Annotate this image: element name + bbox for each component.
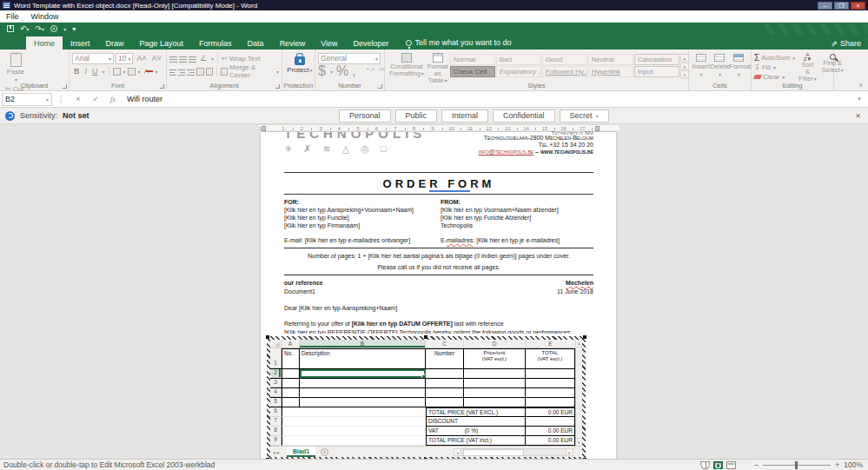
grow-font-icon[interactable]: A˄	[135, 54, 148, 63]
resize-handle[interactable]	[424, 335, 427, 339]
row-header-3[interactable]: 3	[270, 379, 282, 387]
styles-more-icon[interactable]: ▾	[680, 70, 689, 78]
insert-cells-button[interactable]: Insert▾	[692, 51, 710, 81]
sort-filter-button[interactable]: AZ▼ Sort &Filter▾	[797, 51, 818, 81]
cell-b4[interactable]	[300, 388, 426, 397]
font-dialog-launcher-icon[interactable]	[160, 84, 164, 89]
bold-button[interactable]: B	[72, 67, 82, 76]
minimize-button[interactable]: –	[818, 2, 832, 10]
cell-d2[interactable]	[464, 369, 526, 378]
number-dialog-launcher-icon[interactable]	[378, 84, 382, 89]
excel-vertical-scrollbar[interactable]: ▴ ▾	[575, 340, 582, 446]
cell-total-incl-value[interactable]: 0.00 EUR	[526, 436, 575, 446]
cell-a2[interactable]	[282, 369, 300, 378]
scroll-left-icon[interactable]: ◂	[454, 448, 461, 456]
cell-b2-selected[interactable]	[300, 369, 426, 378]
cell-vat-value[interactable]: 0.00 EUR	[526, 427, 575, 436]
resize-handle[interactable]	[583, 335, 586, 339]
sensitivity-button-secret[interactable]: Secret▾	[560, 109, 609, 122]
cell-total-excl-value[interactable]: 0.00 EUR	[526, 407, 575, 417]
cell-d5[interactable]	[464, 398, 526, 407]
number-format-select[interactable]: General▾	[318, 53, 381, 64]
sensitivity-button-personal[interactable]: Personal	[339, 109, 391, 122]
close-button[interactable]: ×	[851, 2, 865, 10]
cell-d1[interactable]: Price/unit(VAT excl.)	[464, 348, 526, 368]
tab-review[interactable]: Review	[272, 36, 314, 50]
increase-indent-icon[interactable]	[206, 68, 213, 76]
cell-c3[interactable]	[426, 379, 464, 387]
cell-vat-label[interactable]: VAT(0 %)	[426, 427, 526, 436]
merge-center-button[interactable]: Merge & Center	[229, 63, 274, 79]
from-line[interactable]: [Klik hier en typ Functie Afzender]	[441, 214, 593, 222]
sensitivity-button-internal[interactable]: Internal	[441, 109, 488, 122]
embedded-excel-object[interactable]: A B C D E 1 No. Description Number	[267, 336, 586, 459]
zoom-level[interactable]: 100%	[844, 460, 863, 469]
conditional-formatting-button[interactable]: Conditional Formatting▾	[388, 51, 426, 81]
scroll-up-icon[interactable]: ▴	[576, 340, 582, 348]
row-header-8[interactable]: 8	[270, 427, 282, 436]
left-indent-marker[interactable]	[262, 126, 266, 131]
shrink-font-icon[interactable]: A˅	[150, 54, 163, 63]
align-center-icon[interactable]	[178, 68, 185, 76]
tab-data[interactable]: Data	[240, 36, 272, 50]
tab-page-layout[interactable]: Page Layout	[132, 36, 192, 50]
document-page[interactable]: TECHNOPOLIS ✳ ✗ ≋ △ ◎ □ Technopolis NV T…	[261, 132, 616, 459]
tab-insert[interactable]: Insert	[63, 36, 98, 50]
scroll-right-icon[interactable]: ▸	[566, 448, 573, 456]
row-header-9[interactable]: 9	[270, 436, 282, 446]
merge-center-icon[interactable]	[221, 68, 228, 76]
sensitivity-dropdown-icon[interactable]: ▾	[596, 114, 599, 119]
cell-discount-value[interactable]	[526, 417, 575, 427]
alignment-dialog-launcher-icon[interactable]	[275, 84, 280, 89]
sheet-tab-blad1[interactable]: Blad1	[287, 447, 315, 457]
column-header-d[interactable]: D	[464, 340, 526, 348]
style-normal[interactable]: Normal	[450, 54, 495, 65]
zoom-slider[interactable]	[763, 465, 831, 466]
wrap-text-button[interactable]: Wrap Text	[229, 55, 261, 63]
zoom-in-icon[interactable]: +	[835, 460, 839, 469]
tab-draw[interactable]: Draw	[98, 36, 132, 50]
cell-a5[interactable]	[282, 398, 300, 407]
tell-me-box[interactable]: Tell me what you want to do	[397, 36, 520, 50]
cell-c1[interactable]: Number	[426, 348, 464, 368]
row-header-4[interactable]: 4	[270, 388, 282, 397]
style-input[interactable]: Input	[634, 66, 679, 77]
italic-button[interactable]: I	[83, 67, 89, 76]
excel-horizontal-scrollbar[interactable]: ◂ ▸	[454, 448, 573, 456]
row-header-1[interactable]: 1	[270, 348, 282, 368]
row-header-2[interactable]: 2	[270, 369, 282, 378]
expand-formula-bar-icon[interactable]: ▾	[851, 96, 868, 103]
accounting-format-icon[interactable]: $	[318, 63, 326, 79]
column-header-b[interactable]: B	[300, 340, 426, 348]
cancel-entry-icon[interactable]: ×	[70, 95, 87, 103]
for-line[interactable]: [Klik hier en typ Aanspreking+Voornaam+N…	[284, 206, 441, 214]
salutation[interactable]: Dear [Klik hier en typ Aanspreking+Naam]	[284, 304, 593, 313]
decrease-indent-icon[interactable]	[196, 68, 203, 76]
row-header-7[interactable]: 7	[270, 417, 282, 427]
paste-button[interactable]: Paste▾	[3, 51, 29, 83]
cell-discount-label[interactable]: DISCOUNT	[426, 417, 526, 427]
cell-b1[interactable]: Description	[300, 348, 426, 368]
scrollbar-thumb[interactable]	[463, 449, 524, 456]
company-email-link[interactable]: info@technopolis.be	[479, 149, 534, 155]
name-box[interactable]: B2▾	[2, 93, 52, 106]
zoom-slider-thumb[interactable]	[795, 461, 798, 469]
align-left-icon[interactable]	[169, 68, 176, 76]
align-bottom-icon[interactable]	[189, 55, 196, 63]
cell-total-incl-label[interactable]: TOTAL PRICE (VAT incl.)	[426, 436, 526, 446]
fill-color-icon[interactable]	[128, 68, 136, 76]
insert-function-icon[interactable]: fx	[104, 95, 122, 103]
tab-home[interactable]: Home	[26, 36, 63, 50]
protect-button[interactable]: Protect▾	[285, 51, 315, 74]
cell-e3[interactable]	[526, 379, 575, 387]
column-header-e[interactable]: E	[526, 340, 575, 348]
style-good[interactable]: Good	[542, 54, 587, 65]
tab-formulas[interactable]: Formulas	[191, 36, 240, 50]
enter-entry-icon[interactable]: ✓	[87, 95, 104, 103]
cell-d3[interactable]	[464, 379, 526, 387]
borders-icon[interactable]	[113, 68, 121, 76]
orientation-icon[interactable]: ∠	[198, 54, 209, 63]
increase-decimal-icon[interactable]: ⁺·⁰	[367, 68, 374, 75]
style-bad[interactable]: Bad	[496, 54, 541, 65]
cell-c5[interactable]	[426, 398, 464, 407]
